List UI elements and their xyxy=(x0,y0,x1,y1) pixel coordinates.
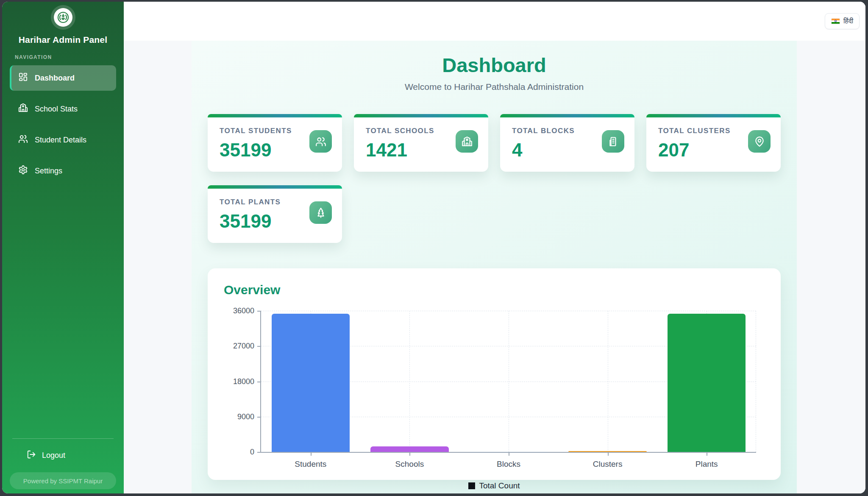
logout-icon xyxy=(27,450,36,461)
gear-icon xyxy=(18,165,28,177)
sidebar-item-dashboard[interactable]: Dashboard xyxy=(10,65,116,91)
users-icon xyxy=(18,134,28,146)
bar-blocks xyxy=(470,452,548,452)
app-window: Harihar Admin Panel NAVIGATION Dashboard… xyxy=(2,2,865,493)
x-axis-label: Schools xyxy=(395,460,424,469)
x-gridline xyxy=(409,311,410,452)
sidebar-item-settings[interactable]: Settings xyxy=(10,158,116,184)
sidebar-bottom: Logout Powered by SSIPMT Raipur xyxy=(2,438,124,493)
left-gutter xyxy=(124,41,192,493)
x-axis-tick xyxy=(509,453,509,456)
chart-title: Overview xyxy=(224,283,768,297)
logo-ring xyxy=(51,5,75,30)
page-title: Dashboard xyxy=(192,53,797,77)
legend-label: Total Count xyxy=(479,481,520,490)
school-icon xyxy=(456,130,478,153)
plot-right-border xyxy=(756,311,756,452)
y-axis-tick xyxy=(257,452,260,453)
y-axis-label: 27000 xyxy=(233,342,254,351)
sidebar-item-school-stats[interactable]: School Stats xyxy=(10,96,116,122)
y-axis-tick xyxy=(257,346,260,347)
chart-plot: 09000180002700036000StudentsSchoolsBlock… xyxy=(260,311,756,453)
bar-clusters xyxy=(568,451,647,452)
india-flag-icon xyxy=(831,18,840,25)
building-icon xyxy=(602,130,624,153)
y-axis-tick xyxy=(257,311,260,312)
tree-icon xyxy=(309,201,332,224)
y-axis-label: 0 xyxy=(250,448,254,457)
overview-chart-card: Overview 09000180002700036000StudentsSch… xyxy=(208,268,781,480)
sidebar: Harihar Admin Panel NAVIGATION Dashboard… xyxy=(2,2,124,493)
school-icon xyxy=(18,103,28,115)
y-axis-label: 36000 xyxy=(233,307,254,315)
x-axis-tick xyxy=(409,453,410,456)
y-axis-tick xyxy=(257,382,260,382)
y-axis-label: 18000 xyxy=(233,377,254,386)
main-area: हिंदी Dashboard Welcome to Harihar Paths… xyxy=(124,2,865,493)
x-axis-label: Students xyxy=(295,460,326,469)
right-gutter xyxy=(797,41,865,493)
language-toggle-button[interactable]: हिंदी xyxy=(825,13,860,29)
sidebar-divider xyxy=(12,438,114,439)
x-gridline xyxy=(509,311,509,452)
content-panel: Dashboard Welcome to Harihar Pathshala A… xyxy=(192,41,797,493)
x-gridline xyxy=(608,311,608,452)
x-axis-tick xyxy=(311,453,312,456)
map-pin-icon xyxy=(748,130,771,153)
stat-card-total-blocks: TOTAL BLOCKS 4 xyxy=(500,114,634,172)
stat-card-total-clusters: TOTAL CLUSTERS 207 xyxy=(646,114,781,172)
logo xyxy=(2,5,124,30)
bar-plants xyxy=(668,314,746,452)
x-axis-tick xyxy=(707,453,707,456)
navigation-section-label: NAVIGATION xyxy=(15,54,124,60)
stat-card-total-plants: TOTAL PLANTS 35199 xyxy=(208,185,342,243)
bar-schools xyxy=(370,446,449,452)
y-axis-tick xyxy=(257,417,260,418)
x-axis-tick xyxy=(608,453,609,456)
legend-swatch-icon xyxy=(468,482,475,489)
users-icon xyxy=(309,130,332,153)
nav-list: Dashboard School Stats Student Details S… xyxy=(2,65,124,184)
logout-button[interactable]: Logout xyxy=(2,450,124,461)
y-axis-label: 9000 xyxy=(237,412,254,421)
stat-card-total-students: TOTAL STUDENTS 35199 xyxy=(208,114,342,172)
chart-legend[interactable]: Total Count xyxy=(192,481,797,490)
x-axis-label: Plants xyxy=(696,460,718,469)
logout-label: Logout xyxy=(42,451,65,460)
x-axis-label: Clusters xyxy=(593,460,623,469)
sidebar-item-label: Settings xyxy=(35,167,62,176)
sidebar-title: Harihar Admin Panel xyxy=(2,35,124,45)
x-axis-label: Blocks xyxy=(497,460,520,469)
language-label: हिंदी xyxy=(843,17,853,25)
powered-by-footer: Powered by SSIPMT Raipur xyxy=(10,472,116,489)
topbar: हिंदी xyxy=(124,2,865,41)
stat-card-total-schools: TOTAL SCHOOLS 1421 xyxy=(354,114,488,172)
sidebar-item-label: Dashboard xyxy=(35,74,75,83)
dashboard-grid-icon xyxy=(18,72,28,84)
stat-cards-grid: TOTAL STUDENTS 35199 TOTAL SCHOOLS 1421 xyxy=(192,114,797,243)
sidebar-item-student-details[interactable]: Student Details xyxy=(10,127,116,153)
page-subtitle: Welcome to Harihar Pathshala Administrat… xyxy=(192,82,797,92)
bar-students xyxy=(272,314,350,452)
logo-emblem-icon xyxy=(54,8,72,27)
sidebar-item-label: Student Details xyxy=(35,136,86,145)
sidebar-item-label: School Stats xyxy=(35,105,78,114)
